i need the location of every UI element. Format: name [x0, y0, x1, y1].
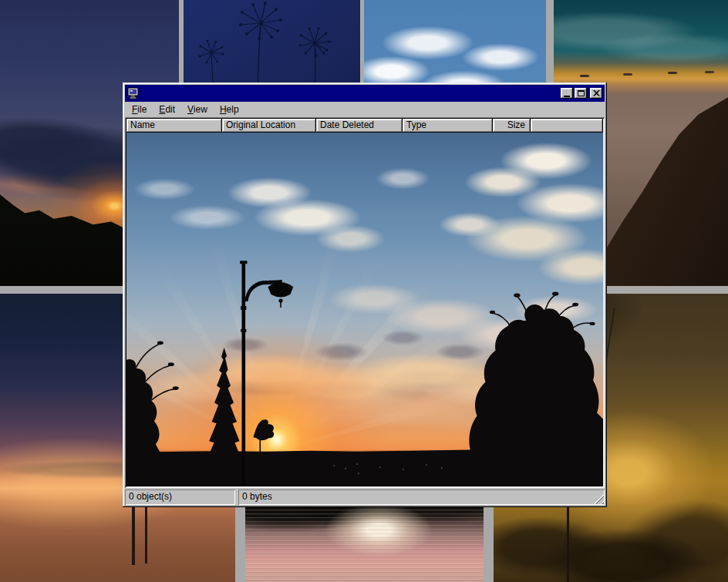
column-header-name[interactable]: Name [126, 119, 222, 133]
recycle-bin-window: File Edit View Help Name Original Locati… [123, 82, 607, 507]
fog-island-peaks [554, 0, 563, 2]
menu-file[interactable]: File [126, 103, 153, 117]
menu-bar: File Edit View Help [125, 102, 605, 117]
status-objects: 0 object(s) [125, 489, 235, 505]
screen: File Edit View Help Name Original Locati… [0, 0, 728, 582]
column-header-row: Name Original Location Date Deleted Type… [126, 119, 603, 133]
close-button[interactable] [590, 88, 602, 99]
close-icon [593, 90, 600, 96]
computer-icon [127, 87, 140, 99]
maximize-icon [578, 90, 585, 96]
column-header-original-location[interactable]: Original Location [222, 119, 316, 133]
status-bytes: 0 bytes [238, 489, 605, 505]
list-background-sunset-photo [126, 133, 603, 486]
column-header-filler [531, 119, 603, 133]
menu-help[interactable]: Help [214, 103, 245, 117]
menu-view[interactable]: View [181, 103, 214, 117]
silhouettes [126, 133, 603, 486]
titlebar[interactable] [125, 85, 605, 102]
column-header-size[interactable]: Size [493, 119, 531, 133]
status-bar: 0 object(s) 0 bytes [125, 488, 605, 505]
plant-stem [567, 500, 569, 582]
maximize-button[interactable] [575, 88, 587, 99]
list-view: Name Original Location Date Deleted Type… [125, 117, 605, 488]
menu-edit[interactable]: Edit [153, 103, 181, 117]
minimize-button[interactable] [561, 88, 573, 99]
column-header-type[interactable]: Type [403, 119, 493, 133]
column-header-date-deleted[interactable]: Date Deleted [316, 119, 403, 133]
minimize-icon [564, 96, 570, 97]
